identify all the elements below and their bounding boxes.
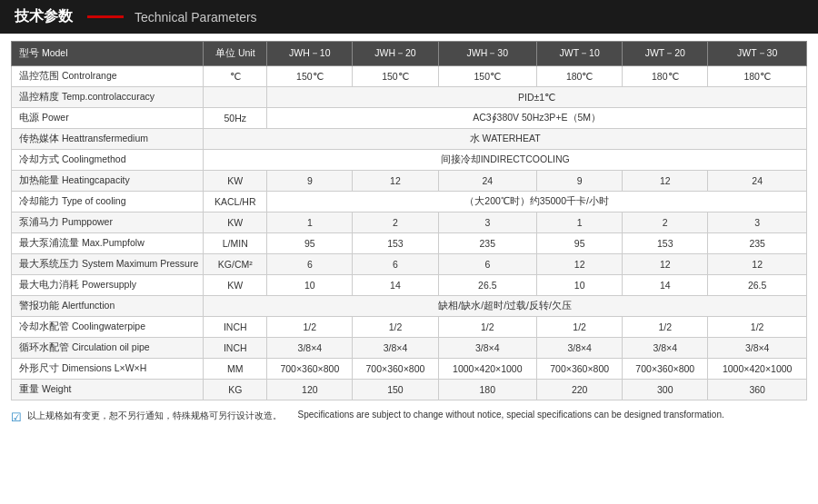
cell-jwh30: 3/8×4 — [438, 338, 537, 359]
col-header-jwh10: JWH－10 — [267, 42, 353, 66]
cell-param: 循环水配管 Circulation oil pipe — [12, 338, 204, 359]
table-row: 最大电力消耗 PowersupplyKW101426.5101426.5 — [12, 275, 807, 296]
footer: ☑ 以上规格如有变更，恕不另行通知，特殊规格可另行设计改造。 Specifica… — [0, 404, 818, 430]
cell-jwh30: 3 — [438, 212, 537, 233]
cell-jwt30: 1000×420×1000 — [708, 359, 807, 380]
cell-param: 冷却方式 Coolingmethod — [12, 150, 204, 171]
table-row: 重量 WeightKG120150180220300360 — [12, 380, 807, 400]
table-row: 温控精度 Temp.controlaccuracyPID±1℃ — [12, 87, 807, 108]
cell-jwh20: 3/8×4 — [353, 338, 438, 359]
cell-jwh20: 14 — [353, 275, 438, 296]
cell-jwt30: 12 — [708, 254, 807, 275]
cell-jwh10: 95 — [267, 233, 353, 254]
table-row: 冷却水配管 CoolingwaterpipeINCH1/21/21/21/21/… — [12, 317, 807, 338]
cell-jwt10: 3/8×4 — [537, 338, 623, 359]
cell-unit: INCH — [204, 317, 267, 338]
cell-param: 最大电力消耗 Powersupply — [12, 275, 204, 296]
table-row: 传热媒体 Heattransfermedium水 WATERHEAT — [12, 129, 807, 150]
table-row: 加热能量 HeatingcapacityKW9122491224 — [12, 171, 807, 192]
cell-jwh30: 235 — [438, 233, 537, 254]
cell-jwt20: 12 — [623, 171, 708, 192]
cell-jwh20: 150℃ — [353, 66, 438, 87]
cell-jwt20: 153 — [623, 233, 708, 254]
cell-colspan: AC3∮380V 50Hz3P+E（5M） — [267, 108, 807, 129]
col-header-unit: 单位 Unit — [204, 42, 267, 66]
footer-text-cn: 以上规格如有变更，恕不另行通知，特殊规格可另行设计改造。 — [27, 410, 282, 422]
table-row: 冷却方式 Coolingmethod间接冷却INDIRECTCOOLING — [12, 150, 807, 171]
cell-param: 泵浦马力 Pumppower — [12, 212, 204, 233]
cell-jwh30: 6 — [438, 254, 537, 275]
cell-jwh10: 3/8×4 — [267, 338, 353, 359]
cell-colspan: 缺相/缺水/超时/过载/反转/欠压 — [204, 296, 807, 317]
header: 技术参数 Technical Parameters — [0, 0, 818, 34]
col-header-jwt30: JWT－30 — [708, 42, 807, 66]
cell-jwt30: 26.5 — [708, 275, 807, 296]
col-header-jwt10: JWT－10 — [537, 42, 623, 66]
cell-param: 外形尺寸 Dimensions L×W×H — [12, 359, 204, 380]
table-row: 最大系统压力 System Maximum PressureKG/CM²6661… — [12, 254, 807, 275]
cell-colspan: （大200℃时）约35000千卡/小时 — [267, 192, 807, 212]
col-header-jwt20: JWT－20 — [623, 42, 708, 66]
cell-jwh10: 120 — [267, 380, 353, 400]
table-row: 冷却能力 Type of coolingKACL/HR（大200℃时）约3500… — [12, 192, 807, 212]
cell-unit: KW — [204, 275, 267, 296]
cell-unit: L/MIN — [204, 233, 267, 254]
cell-jwt30: 1/2 — [708, 317, 807, 338]
cell-jwh10: 1/2 — [267, 317, 353, 338]
cell-jwh10: 10 — [267, 275, 353, 296]
cell-param: 最大系统压力 System Maximum Pressure — [12, 254, 204, 275]
cell-param: 冷却能力 Type of cooling — [12, 192, 204, 212]
cell-param: 最大泵浦流量 Max.Pumpfolw — [12, 233, 204, 254]
cell-jwt10: 1/2 — [537, 317, 623, 338]
footer-text-en: Specifications are subject to change wit… — [298, 410, 724, 420]
cell-unit: INCH — [204, 338, 267, 359]
table-row: 警报功能 Alertfunction缺相/缺水/超时/过载/反转/欠压 — [12, 296, 807, 317]
table-row: 循环水配管 Circulation oil pipeINCH3/8×43/8×4… — [12, 338, 807, 359]
col-header-model: 型号 Model — [12, 42, 204, 66]
cell-jwh10: 1 — [267, 212, 353, 233]
cell-param: 加热能量 Heatingcapacity — [12, 171, 204, 192]
table-row: 温控范围 Controlrange℃150℃150℃150℃180℃180℃18… — [12, 66, 807, 87]
table-wrapper: 型号 Model 单位 Unit JWH－10 JWH－20 JWH－30 JW… — [0, 34, 818, 404]
cell-unit: KW — [204, 212, 267, 233]
cell-unit — [204, 87, 267, 108]
cell-jwh30: 180 — [438, 380, 537, 400]
cell-jwh20: 1/2 — [353, 317, 438, 338]
cell-jwt30: 180℃ — [708, 66, 807, 87]
cell-jwh20: 153 — [353, 233, 438, 254]
cell-jwh30: 1/2 — [438, 317, 537, 338]
header-title-cn: 技术参数 — [15, 7, 73, 26]
table-row: 最大泵浦流量 Max.PumpfolwL/MIN9515323595153235 — [12, 233, 807, 254]
cell-jwt10: 700×360×800 — [537, 359, 623, 380]
header-title-en: Technical Parameters — [135, 10, 257, 25]
cell-jwt20: 3/8×4 — [623, 338, 708, 359]
cell-jwh30: 26.5 — [438, 275, 537, 296]
table-row: 电源 Power50HzAC3∮380V 50Hz3P+E（5M） — [12, 108, 807, 129]
cell-jwt30: 24 — [708, 171, 807, 192]
cell-jwt20: 300 — [623, 380, 708, 400]
cell-jwh20: 150 — [353, 380, 438, 400]
cell-unit: KG/CM² — [204, 254, 267, 275]
cell-jwh10: 150℃ — [267, 66, 353, 87]
cell-param: 传热媒体 Heattransfermedium — [12, 129, 204, 150]
cell-jwt30: 3 — [708, 212, 807, 233]
cell-jwt10: 180℃ — [537, 66, 623, 87]
cell-jwh20: 700×360×800 — [353, 359, 438, 380]
cell-jwh20: 12 — [353, 171, 438, 192]
cell-unit: KACL/HR — [204, 192, 267, 212]
table-row: 泵浦马力 PumppowerKW123123 — [12, 212, 807, 233]
col-header-jwh30: JWH－30 — [438, 42, 537, 66]
cell-unit: KG — [204, 380, 267, 400]
cell-param: 冷却水配管 Coolingwaterpipe — [12, 317, 204, 338]
cell-param: 重量 Weight — [12, 380, 204, 400]
cell-jwh10: 9 — [267, 171, 353, 192]
cell-colspan: PID±1℃ — [267, 87, 807, 108]
cell-param: 电源 Power — [12, 108, 204, 129]
cell-jwt20: 700×360×800 — [623, 359, 708, 380]
cell-jwh10: 700×360×800 — [267, 359, 353, 380]
cell-jwt20: 12 — [623, 254, 708, 275]
cell-colspan: 水 WATERHEAT — [204, 129, 807, 150]
cell-jwh30: 24 — [438, 171, 537, 192]
table-header-row: 型号 Model 单位 Unit JWH－10 JWH－20 JWH－30 JW… — [12, 42, 807, 66]
cell-unit: MM — [204, 359, 267, 380]
